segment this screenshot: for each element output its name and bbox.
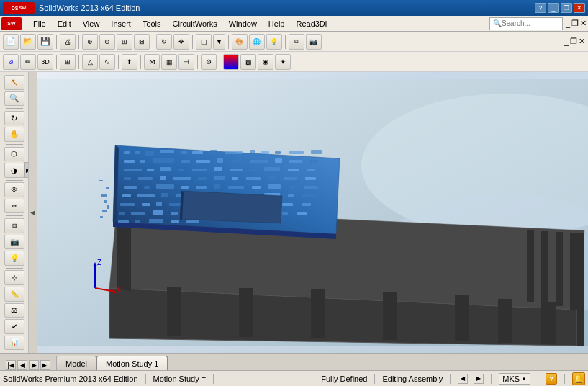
help-status-btn[interactable]: ? — [546, 373, 557, 385]
pan-lt-btn[interactable]: ✋ — [4, 127, 24, 142]
mass-props-btn[interactable]: ⚖ — [4, 303, 24, 318]
menu-insert[interactable]: Insert — [105, 18, 137, 30]
svg-rect-113 — [149, 219, 163, 223]
pan-btn[interactable]: ✥ — [173, 34, 189, 50]
section-view-btn[interactable]: ⧈ — [289, 34, 304, 50]
view-orient-btn[interactable]: ⬡ — [4, 147, 24, 162]
search-box[interactable]: 🔍 — [489, 17, 563, 30]
coord-sys-btn[interactable]: ⊹ — [4, 270, 24, 285]
measure-btn[interactable]: 📏 — [4, 287, 24, 302]
scene-btn[interactable]: 🌐 — [249, 34, 265, 50]
zoom-region-lt-btn[interactable]: 🔍 — [4, 91, 24, 107]
appearance-btn[interactable]: 🎨 — [232, 34, 248, 50]
expand-btn[interactable]: ◀ — [458, 374, 468, 384]
sep5 — [228, 35, 229, 49]
zoom-out-btn[interactable]: ⊖ — [99, 34, 115, 50]
print-btn[interactable]: 🖨 — [60, 34, 76, 50]
model-items-btn[interactable]: ⊞ — [60, 54, 76, 70]
notification-btn[interactable]: 🔔 — [572, 372, 585, 385]
open-btn[interactable]: 📂 — [20, 34, 36, 50]
inner-minimize-btn[interactable]: _ — [566, 19, 570, 28]
instant3d-btn[interactable]: ⬆ — [122, 54, 137, 70]
status-sep3 — [374, 374, 375, 384]
rotate-btn[interactable]: ↻ — [156, 34, 172, 50]
zoom-in-btn[interactable]: ⊕ — [82, 34, 98, 50]
tab-next-btn[interactable]: ▶ — [29, 360, 39, 370]
camera-btn[interactable]: 📷 — [306, 34, 322, 50]
tab-last-btn[interactable]: ▶| — [40, 360, 50, 370]
3dsketch-btn[interactable]: 3D — [37, 54, 53, 70]
svg-rect-69 — [156, 184, 174, 189]
sw-logo-menu: SW — [1, 17, 22, 30]
zoom-region-btn[interactable]: ⊠ — [134, 34, 150, 50]
display-style-btn[interactable]: ◑ ▶ — [4, 163, 24, 178]
sketch-btn[interactable]: ✏ — [20, 54, 36, 70]
collapse-panel[interactable]: ◀ — [29, 72, 37, 353]
lt-sep5 — [6, 268, 23, 269]
lights-lt-btn[interactable]: 💡 — [4, 251, 24, 266]
smart-dim-btn[interactable]: ⌀ — [3, 54, 19, 70]
search-input[interactable] — [502, 19, 559, 27]
svg-rect-46 — [147, 169, 154, 171]
zoom-fit-btn[interactable]: ⊞ — [117, 34, 132, 50]
menu-circuitworks[interactable]: CircuitWorks — [167, 18, 223, 30]
collapse-btn[interactable]: ▶ — [474, 374, 484, 384]
minimize-btn[interactable]: _ — [548, 3, 559, 13]
help-btn[interactable]: ? — [535, 3, 546, 13]
color-btn[interactable] — [223, 54, 239, 70]
ref-geo-btn[interactable]: △ — [82, 54, 98, 70]
view3d-btn[interactable]: ◱ — [196, 34, 212, 50]
tab-model[interactable]: Model — [56, 356, 96, 370]
tab-motion-study[interactable]: Motion Study 1 — [96, 356, 168, 370]
svg-rect-55 — [307, 169, 315, 171]
tab-bar: |◀ ◀ ▶ ▶| Model Motion Study 1 — [0, 353, 588, 370]
texture-btn[interactable]: ▩ — [240, 54, 256, 70]
menu-file[interactable]: File — [27, 18, 52, 30]
restore-btn[interactable]: ❐ — [561, 3, 572, 13]
sep7 — [56, 55, 57, 69]
scene2-btn[interactable]: ☀ — [275, 54, 291, 70]
sep1 — [56, 35, 57, 49]
curves-btn[interactable]: ∿ — [99, 54, 115, 70]
menu-tools[interactable]: Tools — [137, 18, 167, 30]
edit-component-btn[interactable]: ✏ — [4, 199, 24, 214]
rotate-lt-btn[interactable]: ↻ — [4, 111, 24, 126]
sep9 — [118, 55, 119, 69]
menu-edit[interactable]: Edit — [52, 18, 77, 30]
new-btn[interactable]: 📄 — [3, 34, 19, 50]
mate-btn[interactable]: ⋈ — [144, 54, 160, 70]
statistics-btn[interactable]: 📊 — [4, 336, 24, 351]
menu-help[interactable]: Help — [263, 18, 291, 30]
tab-prev-btn[interactable]: ◀ — [17, 360, 27, 370]
close-btn[interactable]: ✕ — [574, 3, 585, 13]
menu-view[interactable]: View — [77, 18, 106, 30]
doc-minimize[interactable]: _ — [564, 37, 569, 46]
sep3 — [153, 35, 153, 49]
lights-btn[interactable]: 💡 — [266, 34, 282, 50]
camera-lt-btn[interactable]: 📷 — [4, 235, 24, 250]
featureworks-btn[interactable]: ⚙ — [201, 54, 217, 70]
svg-rect-24 — [160, 150, 174, 153]
check-btn[interactable]: ✔ — [4, 319, 24, 334]
hide-show-btn[interactable]: 👁 — [4, 182, 24, 197]
units-dropdown[interactable]: MKS ▲ — [499, 373, 530, 385]
lt-sep3 — [6, 180, 23, 181]
svg-rect-103 — [171, 212, 178, 215]
section-lt-btn[interactable]: ⧈ — [4, 218, 24, 233]
doc-restore[interactable]: ❐ — [570, 37, 577, 46]
view-dropdown[interactable]: ▼ — [213, 34, 225, 50]
linear-pattern-btn[interactable]: ▦ — [161, 54, 177, 70]
search-icon: 🔍 — [493, 19, 502, 27]
tab-first-btn[interactable]: |◀ — [6, 360, 16, 370]
select-btn[interactable]: ↖ — [4, 75, 24, 90]
menu-window[interactable]: Window — [223, 18, 263, 30]
viewport[interactable]: Z X — [37, 72, 588, 353]
appearance2-btn[interactable]: ◉ — [258, 54, 273, 70]
save-btn[interactable]: 💾 — [37, 34, 53, 50]
inner-restore-btn[interactable]: ❐ — [571, 19, 579, 28]
doc-close[interactable]: ✕ — [579, 37, 585, 46]
sep4 — [192, 35, 193, 49]
mirror-btn[interactable]: ⊣ — [178, 54, 194, 70]
menu-read3di[interactable]: Read3Di — [290, 18, 333, 30]
inner-close-btn[interactable]: ✕ — [580, 19, 587, 28]
